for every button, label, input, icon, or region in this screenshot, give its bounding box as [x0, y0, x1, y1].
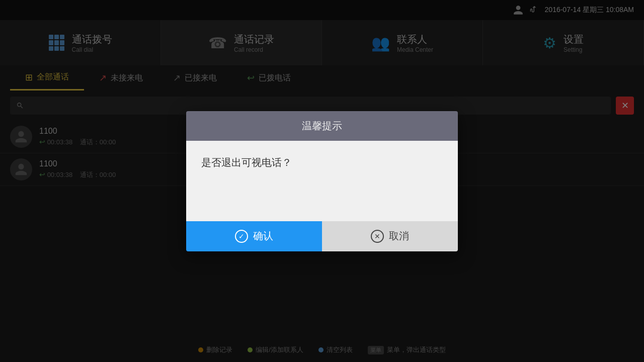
dialog-overlay: 温馨提示 是否退出可视电话？ ✓ 确认 ✕ 取消 [0, 0, 644, 362]
cancel-label: 取消 [389, 229, 409, 243]
dialog-actions: ✓ 确认 ✕ 取消 [186, 221, 458, 251]
cancel-icon: ✕ [371, 230, 384, 243]
cancel-button[interactable]: ✕ 取消 [322, 221, 458, 251]
confirm-icon: ✓ [235, 230, 248, 243]
dialog-title: 温馨提示 [186, 111, 458, 141]
dialog-body: 是否退出可视电话？ [186, 141, 458, 221]
confirm-label: 确认 [253, 229, 273, 243]
confirm-button[interactable]: ✓ 确认 [186, 221, 322, 251]
dialog: 温馨提示 是否退出可视电话？ ✓ 确认 ✕ 取消 [186, 111, 458, 251]
dialog-message: 是否退出可视电话？ [201, 156, 443, 169]
